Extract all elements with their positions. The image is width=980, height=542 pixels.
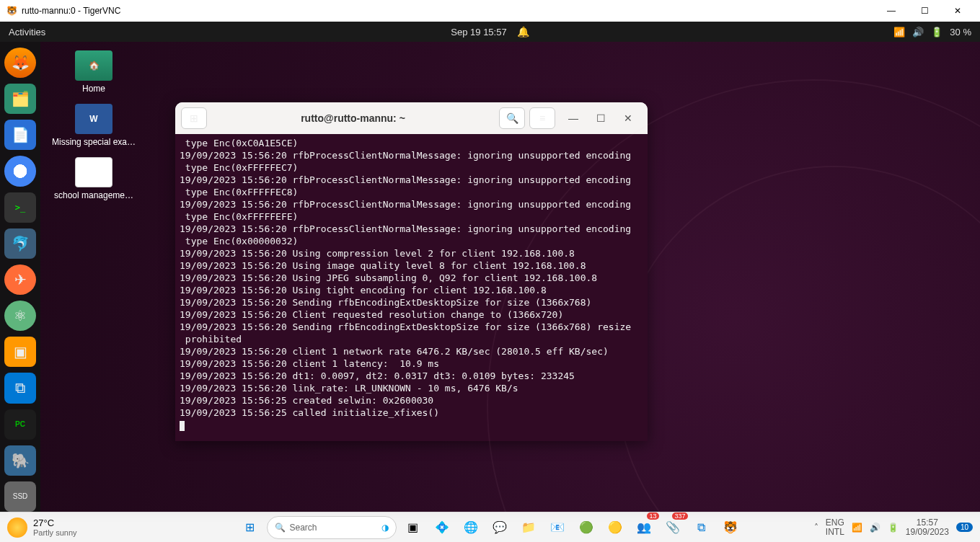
- taskbar-vscode[interactable]: ⧉: [689, 515, 714, 540]
- tigervnc-icon: 🐯: [6, 5, 17, 17]
- terminal-search-button[interactable]: 🔍: [499, 107, 525, 129]
- task-view-button[interactable]: ▣: [401, 515, 425, 540]
- win-maximize-button[interactable]: ☐: [908, 0, 941, 22]
- folder-icon: 🏠: [75, 50, 112, 81]
- topbar-datetime[interactable]: Sep 19 15:57: [451, 27, 506, 37]
- taskbar-outlook[interactable]: 📧: [545, 515, 570, 540]
- dock-chrome[interactable]: [4, 156, 36, 186]
- weather-icon: [7, 517, 27, 538]
- taskbar-battery-icon[interactable]: 🔋: [888, 523, 899, 533]
- tigervnc-titlebar: 🐯 rutto-mannu:0 - TigerVNC — ☐ ✕: [0, 0, 980, 22]
- lang-secondary: INTL: [826, 528, 844, 537]
- wifi-icon[interactable]: 📶: [893, 27, 905, 37]
- taskbar-notification-count[interactable]: 10: [956, 523, 973, 532]
- taskbar-teams[interactable]: 👥: [632, 515, 656, 540]
- desktop-icon-label: Missing special exa…: [52, 137, 136, 147]
- dock-pycharm[interactable]: PC: [4, 409, 36, 440]
- dock-atom[interactable]: ⚛: [4, 301, 36, 331]
- dock-files[interactable]: 🗂️: [4, 84, 36, 114]
- terminal-minimize-button[interactable]: —: [560, 107, 587, 129]
- taskbar-language[interactable]: ENG INTL: [826, 518, 844, 537]
- terminal-cursor: [180, 421, 185, 431]
- taskbar-chat[interactable]: 💬: [487, 515, 512, 540]
- search-icon: 🔍: [275, 523, 286, 533]
- battery-icon[interactable]: 🔋: [931, 27, 943, 37]
- taskbar-date: 19/09/2023: [906, 528, 949, 537]
- desktop-icons: 🏠 Home W Missing special exa… ▦ school m…: [50, 50, 151, 210]
- windows-taskbar: 27°C Partly sunny ⊞ 🔍 Search ◑ ▣ 💠 🌐 💬 📁…: [0, 512, 980, 542]
- activities-button[interactable]: Activities: [9, 27, 45, 37]
- terminal-body[interactable]: type Enc(0xC0A1E5CE) 19/09/2023 15:56:20…: [175, 134, 648, 441]
- terminal-close-button[interactable]: ✕: [614, 107, 642, 129]
- dock-disk[interactable]: SSD: [4, 481, 36, 512]
- notifications-icon[interactable]: 🔔: [517, 26, 529, 37]
- taskbar-search[interactable]: 🔍 Search ◑: [267, 516, 397, 539]
- search-placeholder: Search: [290, 523, 377, 533]
- desktop-icon-missing-special[interactable]: W Missing special exa…: [50, 104, 137, 147]
- weather-cond: Partly sunny: [33, 528, 77, 537]
- taskbar-copilot[interactable]: 💠: [430, 515, 454, 540]
- win-minimize-button[interactable]: —: [875, 0, 908, 22]
- taskbar-chrome[interactable]: 🟡: [603, 515, 627, 540]
- desktop-icon-label: school manageme…: [54, 190, 133, 200]
- taskbar-chevron-up-icon[interactable]: ˄: [814, 523, 818, 533]
- dock-postman[interactable]: ✈: [4, 265, 36, 295]
- taskbar-volume-icon[interactable]: 🔊: [870, 523, 880, 533]
- dock-terminal[interactable]: >_: [4, 192, 36, 223]
- dock-libreoffice-writer[interactable]: 📄: [4, 120, 36, 150]
- lang-primary: ENG: [826, 518, 844, 528]
- weather-temp: 27°C: [33, 517, 77, 528]
- terminal-new-tab-button[interactable]: ⊞: [181, 107, 207, 129]
- taskbar-clock[interactable]: 15:57 19/09/2023: [906, 518, 949, 537]
- taskbar-whatsapp[interactable]: 🟢: [574, 515, 599, 540]
- desktop-icon-home[interactable]: 🏠 Home: [50, 50, 137, 94]
- desktop-icon-school-management[interactable]: ▦ school manageme…: [50, 157, 137, 200]
- taskbar-explorer[interactable]: 📁: [516, 515, 541, 540]
- volume-icon[interactable]: 🔊: [912, 27, 924, 37]
- battery-percent: 30 %: [950, 27, 971, 37]
- dock-vscode[interactable]: ⧉: [4, 373, 36, 403]
- taskbar-right: ˄ ENG INTL 📶 🔊 🔋 15:57 19/09/2023 10: [814, 518, 973, 537]
- terminal-title: rutto@rutto-mannu: ~: [211, 112, 495, 124]
- taskbar-tigervnc[interactable]: 🐯: [718, 515, 743, 540]
- taskbar-time: 15:57: [917, 518, 938, 528]
- ubuntu-topbar: Activities Sep 19 15:57 🔔 📶 🔊 🔋 30 %: [0, 22, 980, 42]
- vnc-viewport[interactable]: Activities Sep 19 15:57 🔔 📶 🔊 🔋 30 % 🦊 🗂…: [0, 22, 980, 512]
- taskbar-center: ⊞ 🔍 Search ◑ ▣ 💠 🌐 💬 📁 📧 🟢 🟡 👥 📎 ⧉ 🐯: [238, 515, 743, 540]
- image-file-icon: ▦: [75, 157, 112, 187]
- tigervnc-title: rutto-mannu:0 - TigerVNC: [22, 6, 120, 16]
- terminal-maximize-button[interactable]: ☐: [587, 107, 614, 129]
- terminal-menu-button[interactable]: ≡: [529, 107, 555, 129]
- taskbar-weather[interactable]: 27°C Partly sunny: [7, 517, 209, 538]
- dock-sublime[interactable]: ▣: [4, 337, 36, 367]
- desktop-icon-label: Home: [82, 84, 105, 94]
- taskbar-edge[interactable]: 🌐: [459, 515, 483, 540]
- win-close-button[interactable]: ✕: [941, 0, 974, 22]
- ubuntu-dock: 🦊 🗂️ 📄 >_ 🐬 ✈ ⚛ ▣ ⧉ PC 🐘 SSD: [0, 42, 40, 512]
- start-button[interactable]: ⊞: [238, 515, 262, 540]
- bing-chat-icon[interactable]: ◑: [381, 523, 389, 533]
- terminal-window[interactable]: ⊞ rutto@rutto-mannu: ~ 🔍 ≡ — ☐ ✕ type En…: [175, 102, 648, 441]
- dock-mysql-workbench[interactable]: 🐬: [4, 228, 36, 259]
- terminal-header: ⊞ rutto@rutto-mannu: ~ 🔍 ≡ — ☐ ✕: [175, 102, 648, 134]
- dock-firefox[interactable]: 🦊: [4, 48, 36, 78]
- taskbar-wifi-icon[interactable]: 📶: [852, 523, 862, 533]
- taskbar-office[interactable]: 📎: [661, 515, 685, 540]
- dock-postgres[interactable]: 🐘: [4, 445, 36, 476]
- word-doc-icon: W: [75, 104, 112, 134]
